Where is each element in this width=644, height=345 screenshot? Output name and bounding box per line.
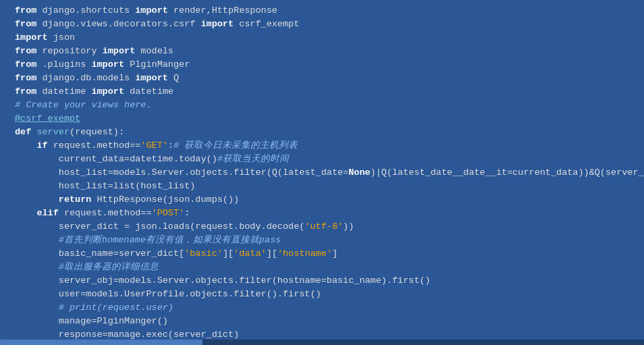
token: if [36,140,47,151]
token: : [168,140,173,151]
code-line: from django.shortcuts import render,Http… [0,4,644,18]
token: 'POST' [152,208,185,218]
token: ] [332,248,338,259]
token: import [91,59,124,70]
token: #取出服务器的详细信息 [15,262,159,272]
code-line: from datetime import datetime [0,85,644,99]
token: from [15,86,36,97]
token [15,194,59,205]
token: from [15,19,36,29]
line-code: host_list=models.Server.objects.filter(Q… [15,166,644,180]
token: #获取当天的时间 [217,154,289,164]
code-line: #首先判断homename有没有值，如果没有直接就pass [0,234,644,247]
token: host_list=models.Server.objects.filter(Q… [15,167,348,178]
token: models [135,46,173,56]
token: json [48,32,76,43]
token: import [15,32,48,43]
code-line: server_dict = json.loads(request.body.de… [0,220,644,234]
code-line: basic_name=server_dict['basic']['data'][… [0,247,644,261]
line-code: # Create your views here. [15,99,641,112]
token: import [135,5,168,16]
line-code: current_data=datetime.today()#获取当天的时间 [15,153,641,166]
code-line: from django.views.decorators.csrf import… [0,18,644,31]
token: def [15,127,31,137]
code-line: def server(request): [0,126,644,139]
token: request.method== [48,140,141,151]
line-code: from repository import models [15,45,641,58]
token: 有没有值，如果没有直接就 [146,235,259,245]
token: ][ [267,248,277,259]
code-line: # print(request.user) [0,301,644,315]
token: repository [36,46,102,56]
code-line: from .plugins import PlginManger [0,58,644,72]
token: server [36,127,70,137]
token: import [103,46,136,56]
code-line: return HttpResponse(json.dumps()) [0,193,644,207]
line-code: if request.method=='GET':# 获取今日未采集的主机列表 [15,139,641,153]
token: homename [102,235,146,245]
token: import [91,86,124,97]
code-line: from repository import models [0,45,644,58]
token: 'hostname' [277,248,332,259]
code-line: current_data=datetime.today()#获取当天的时间 [0,153,644,166]
code-line: elif request.method=='POST': [0,207,644,220]
token: @csrf_exempt [15,113,80,124]
line-code: return HttpResponse(json.dumps()) [15,193,641,207]
token: host_list=list(host_list) [15,181,195,191]
token: from [15,59,36,70]
token: datetime [124,86,173,97]
line-code: #首先判断homename有没有值，如果没有直接就pass [15,234,641,247]
line-code: from datetime import datetime [15,85,641,99]
token [15,208,36,218]
token: django.shortcuts [36,5,135,16]
token: 'GET' [140,140,168,151]
code-line: manage=PlginManger() [0,315,644,328]
line-code: user=models.UserProfile.objects.filter()… [15,288,641,301]
token: (request): [70,127,124,137]
token: None [348,167,370,178]
token: from [15,46,36,56]
token: # Create your views here. [15,100,152,110]
code-line: host_list=list(host_list) [0,180,644,193]
line-code: from django.shortcuts import render,Http… [15,4,641,18]
line-code: from django.db.models import Q [15,72,641,85]
token: server_obj=models.Server.objects.filter(… [15,275,431,286]
token: datetime [36,86,91,97]
token: 'data' [234,248,267,259]
code-line: if request.method=='GET':# 获取今日未采集的主机列表 [0,139,644,153]
line-code: # print(request.user) [15,301,641,315]
horizontal-scrollbar[interactable] [0,340,644,345]
token: : [184,208,190,218]
token: server_dict = json.loads(request.body.de… [15,221,304,232]
token: )|Q(latest_date__date__it=current_data))… [371,167,644,178]
code-line: @csrf_exempt [0,112,644,126]
code-line: import json [0,31,644,45]
token: request.method== [59,208,152,218]
code-line: # Create your views here. [0,99,644,112]
token: # 获取今日未采集的主机列表 [173,140,298,151]
token: 'basic' [184,248,223,259]
line-code: def server(request): [15,126,641,139]
token: Q [168,73,179,83]
token: pass [259,235,281,245]
token: import [135,73,168,83]
line-code: from django.views.decorators.csrf import… [15,18,641,31]
token: # [15,302,70,313]
token: django.views.decorators.csrf [36,19,200,29]
line-code: from .plugins import PlginManger [15,58,641,72]
code-line: user=models.UserProfile.objects.filter()… [0,288,644,301]
token: PlginManger [124,59,190,70]
token: elif [36,208,58,218]
line-code: import json [15,31,641,45]
token: return [59,194,92,205]
token: render,HttpResponse [168,5,277,16]
line-code: host_list=list(host_list) [15,180,641,193]
token: print(request.user) [70,302,173,313]
token: from [15,5,36,16]
code-editor: from django.shortcuts import render,Http… [0,0,644,345]
token: import [200,19,234,29]
line-code: #取出服务器的详细信息 [15,261,641,274]
token: django.db.models [36,73,135,83]
token: current_data=datetime.today() [15,154,217,164]
code-line: server_obj=models.Server.objects.filter(… [0,274,644,288]
